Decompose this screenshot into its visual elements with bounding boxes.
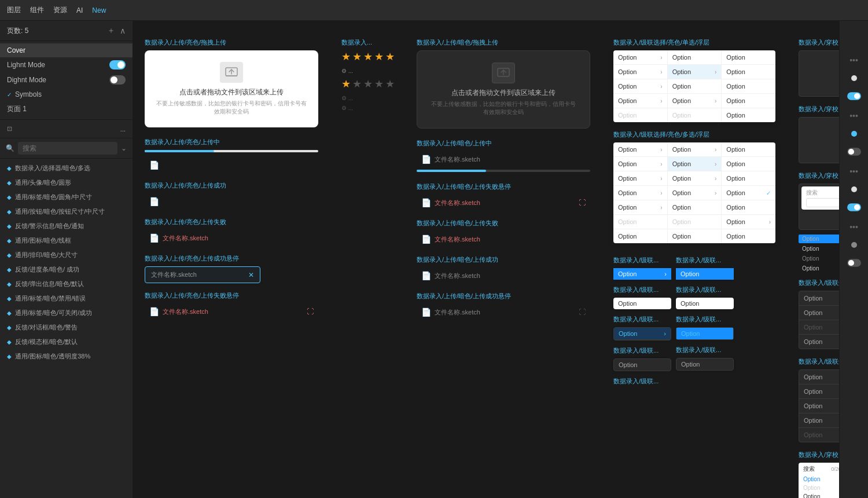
option-cell[interactable]: Option: [722, 157, 775, 171]
three-dots-icon-4[interactable]: •••: [849, 222, 858, 232]
toggle-pill-off2[interactable]: [847, 259, 861, 267]
option-row[interactable]: Option› Option› Option: [613, 171, 775, 186]
list-item[interactable]: ◆ 数据录入/选择器/暗色/多选: [0, 161, 133, 175]
mini-cascader-dark2[interactable]: Option: [613, 358, 671, 371]
menu-layers[interactable]: 图层: [7, 5, 21, 15]
option-cell-dark[interactable]: Option›: [799, 399, 839, 413]
dark-cascader-multi[interactable]: Option› Option› Option Option› Option Op…: [799, 369, 839, 442]
mini-option-dark-active[interactable]: Option›: [614, 328, 671, 340]
layer-toggle-5[interactable]: [851, 186, 857, 192]
option-cell-dark[interactable]: Option›: [799, 291, 839, 305]
option-cell-dark[interactable]: Option›: [799, 370, 839, 384]
list-item[interactable]: ◆ 通用/标签/暗色/禁用/错误: [0, 291, 133, 306]
upload-card-light[interactable]: 点击或者拖动文件到该区域来上传 不要上传敏感数据，比如您的银行卡号和密码，信用卡…: [145, 50, 318, 127]
layer-toggle-8[interactable]: [846, 258, 862, 268]
option-cell[interactable]: Option›: [613, 186, 668, 200]
dighnt-mode-toggle[interactable]: [109, 75, 126, 85]
layer-toggle-6[interactable]: [846, 203, 862, 212]
toggle-pill-off[interactable]: [847, 148, 861, 156]
option-row[interactable]: Option Option Option ›: [613, 215, 775, 229]
layer-toggle-2[interactable]: [846, 91, 862, 101]
option-row-dark[interactable]: Option Option Option: [799, 320, 839, 335]
option-row[interactable]: Option› Option› Option ✓: [613, 186, 775, 200]
option-row-dark[interactable]: Option› Option› Option: [799, 306, 839, 320]
page-item-page1[interactable]: 页面 1: [0, 101, 133, 117]
list-item[interactable]: ◆ 反馈/进度条/暗色/ 成功: [0, 262, 133, 277]
three-dots-icon-2[interactable]: •••: [849, 111, 858, 120]
option-light[interactable]: Option: [803, 475, 839, 483]
option-row[interactable]: Option› Option› Option: [613, 142, 775, 157]
menu-components[interactable]: 组件: [30, 5, 44, 15]
option-row-dark[interactable]: Option Option Option: [799, 428, 839, 442]
option-cell[interactable]: Option›: [613, 142, 668, 156]
option-cell[interactable]: Option›: [613, 65, 668, 79]
file-input-box-success[interactable]: 文件名称.sketch ✕: [145, 266, 260, 283]
option-row[interactable]: Option Option Option: [613, 229, 775, 243]
mini-cascader-dark1[interactable]: Option›: [613, 327, 671, 340]
option-row-4[interactable]: Option Option Option: [613, 108, 775, 122]
option-cell-dark[interactable]: Option›: [799, 413, 839, 427]
mini-option-active[interactable]: Option: [676, 268, 734, 280]
option-row[interactable]: Option› Option› Option: [613, 157, 775, 171]
option-cell[interactable]: Option›: [613, 157, 668, 171]
list-item[interactable]: ◆ 通用/排印/暗色/大尺寸: [0, 248, 133, 262]
cascader-light-single[interactable]: Option› Option Option Option› Option› Op…: [613, 50, 775, 122]
option-item[interactable]: Option: [799, 235, 839, 243]
dark-cascader-single[interactable]: Option› Option› Option✓ Option› Option› …: [799, 291, 839, 349]
option-cell[interactable]: Option›: [613, 94, 668, 108]
page-item-dighnt-mode[interactable]: Dighnt Mode: [0, 72, 133, 87]
list-item[interactable]: ◆ 通用/按钮/暗色/按钮尺寸/中尺寸: [0, 204, 133, 219]
list-item[interactable]: ◆ 反馈/警示信息/暗色/通知: [0, 219, 133, 233]
option-cell[interactable]: Option: [722, 108, 775, 122]
page-item-symbols[interactable]: ✓ Symbols: [0, 87, 133, 101]
mini-option-active[interactable]: Option›: [613, 268, 671, 280]
option-row-0[interactable]: Option› Option Option: [613, 50, 775, 65]
mini-cascader-2[interactable]: Option: [613, 298, 671, 309]
option-row-dark[interactable]: Option Option Option: [799, 335, 839, 349]
page-item-cover[interactable]: Cover: [0, 43, 133, 57]
mini-option-dark2[interactable]: Option: [676, 358, 733, 370]
option-cell[interactable]: Option: [722, 79, 775, 93]
option-cell[interactable]: Option›: [668, 186, 722, 200]
search-input[interactable]: [18, 142, 117, 155]
option-cell[interactable]: Option: [722, 50, 775, 64]
option-cell[interactable]: Option: [722, 65, 775, 79]
toggle-pill-on2[interactable]: [847, 203, 861, 211]
search-field[interactable]: 0/20: [806, 198, 839, 207]
option-cell[interactable]: Option›: [668, 171, 722, 185]
option-row-dark[interactable]: Option› Option› Option: [799, 370, 839, 385]
option-row-2[interactable]: Option› Option Option: [613, 79, 775, 94]
list-item[interactable]: ◆ 通用/图标/暗色/线框: [0, 233, 133, 248]
mini-cascader-dark4[interactable]: Option: [676, 358, 734, 371]
option-cell[interactable]: Option: [668, 79, 722, 93]
file-clear-icon[interactable]: ✕: [248, 271, 254, 279]
option-item[interactable]: Option: [799, 244, 839, 253]
list-item[interactable]: ◆ 反馈/模态框/暗色/默认: [0, 335, 133, 349]
mini-cascader-3[interactable]: Option: [676, 268, 734, 280]
option-row-dark[interactable]: Option› Option Option: [799, 413, 839, 428]
page-item-lighnt-mode[interactable]: Lighnt Mode: [0, 57, 133, 72]
star-rating-1[interactable]: ★ ★ ★ ★ ★: [341, 78, 399, 90]
mini-cascader-4[interactable]: Option: [676, 298, 734, 309]
option-cell[interactable]: Option: [722, 142, 775, 156]
mini-option[interactable]: Option: [613, 298, 671, 309]
option-cell[interactable]: Option: [668, 229, 722, 243]
option-cell-dark[interactable]: Option›: [799, 306, 839, 320]
option-cell[interactable]: Option: [722, 200, 775, 214]
option-item[interactable]: Option: [799, 264, 839, 273]
layer-toggle-1[interactable]: [851, 75, 857, 81]
list-item[interactable]: ◆ 通用/图标/暗色/透明度38%: [0, 349, 133, 364]
option-cell[interactable]: Option›: [613, 50, 668, 64]
option-cell[interactable]: Option›: [668, 94, 722, 108]
option-cell[interactable]: Option: [668, 200, 722, 214]
layer-toggle-3[interactable]: [851, 131, 857, 137]
toggle-pill-on[interactable]: [847, 92, 861, 100]
mini-option-dark[interactable]: Option: [676, 328, 733, 339]
three-dots-icon-3[interactable]: •••: [849, 167, 858, 176]
list-item[interactable]: ◆ 反馈/弹出信息/暗色/默认: [0, 277, 133, 291]
option-cell[interactable]: Option›: [668, 142, 722, 156]
menu-resources[interactable]: 资源: [53, 5, 67, 15]
option-light[interactable]: Option: [803, 493, 839, 498]
mini-cascader-1[interactable]: Option›: [613, 268, 671, 280]
mini-option-dark[interactable]: Option: [614, 359, 671, 371]
